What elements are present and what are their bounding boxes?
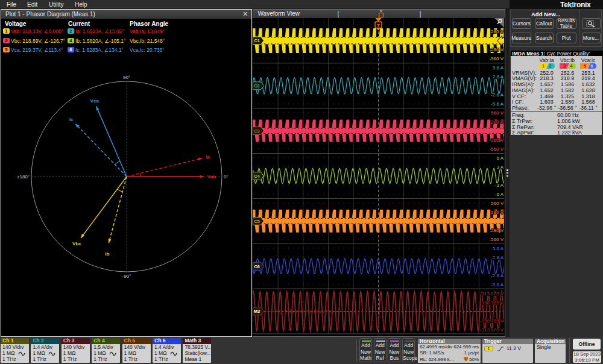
svg-text:90°: 90° xyxy=(123,75,130,80)
svg-text:156.785 V: 156.785 V xyxy=(482,300,504,305)
svg-text:-6 A: -6 A xyxy=(495,192,504,197)
svg-text:C4: C4 xyxy=(254,173,260,178)
svg-text:Vca: Vca xyxy=(90,98,99,104)
svg-text:Tektronix: Tektronix xyxy=(560,1,591,8)
svg-text:-560 V: -560 V xyxy=(489,56,504,61)
svg-text:4: 4 xyxy=(570,64,572,68)
svg-text:T: T xyxy=(377,22,380,28)
svg-text:Vab: Vab xyxy=(207,174,216,180)
svg-text:C1: C1 xyxy=(254,38,260,43)
svg-text:280 V: 280 V xyxy=(491,119,504,125)
svg-text:560 V: 560 V xyxy=(491,110,504,116)
svg-text:2.8 A: 2.8 A xyxy=(493,74,504,80)
svg-text:Ia: Ia xyxy=(206,154,210,160)
svg-text:3 A: 3 A xyxy=(496,165,504,170)
svg-text:-280 V: -280 V xyxy=(489,227,504,233)
svg-text:Ic: Ic xyxy=(69,117,74,122)
svg-text:Vbc: Vbc xyxy=(72,241,81,246)
svg-text:0°: 0° xyxy=(224,174,229,180)
svg-text:C5: C5 xyxy=(254,218,260,224)
svg-text:5.6 A: 5.6 A xyxy=(493,65,504,71)
svg-text:M3: M3 xyxy=(254,309,260,314)
svg-text:C3: C3 xyxy=(254,128,260,133)
svg-text:-560 V: -560 V xyxy=(489,146,504,152)
svg-text:-280 V: -280 V xyxy=(489,137,504,143)
svg-text:PQ: Filtered ch1(meas1): PQ: Filtered ch1(meas1) xyxy=(274,308,333,314)
svg-text:-560 V: -560 V xyxy=(489,236,504,242)
svg-text:-5.6 A: -5.6 A xyxy=(491,281,504,287)
svg-text:2.8 A: 2.8 A xyxy=(493,254,504,260)
svg-text:-5.6 A: -5.6 A xyxy=(491,101,504,107)
svg-text:-2.8 A: -2.8 A xyxy=(491,272,504,278)
svg-text:C6: C6 xyxy=(254,263,260,269)
svg-text:313.570 V: 313.570 V xyxy=(482,290,504,296)
svg-text:-156.785 V: -156.785 V xyxy=(480,318,504,323)
svg-text:560 V: 560 V xyxy=(491,200,504,206)
svg-text:5: 5 xyxy=(584,64,586,68)
svg-text:Ib: Ib xyxy=(105,251,109,257)
svg-text:-3 A: -3 A xyxy=(495,183,504,188)
svg-text:6: 6 xyxy=(591,64,593,68)
svg-text:280 V: 280 V xyxy=(491,29,504,34)
svg-text:3: 3 xyxy=(563,64,566,68)
svg-text:-90°: -90° xyxy=(122,274,131,279)
svg-text:C2: C2 xyxy=(254,83,260,89)
svg-text:-313.570 V: -313.570 V xyxy=(480,327,504,332)
svg-text:280 V: 280 V xyxy=(491,209,504,215)
svg-text:-2.8 A: -2.8 A xyxy=(491,92,504,98)
svg-text:5.6 A: 5.6 A xyxy=(493,245,504,251)
svg-text:-280 V: -280 V xyxy=(489,47,504,52)
svg-text:6 A: 6 A xyxy=(496,155,504,161)
svg-text:2: 2 xyxy=(549,64,552,68)
svg-text:1: 1 xyxy=(542,64,545,68)
svg-text:±180°: ±180° xyxy=(17,174,30,180)
